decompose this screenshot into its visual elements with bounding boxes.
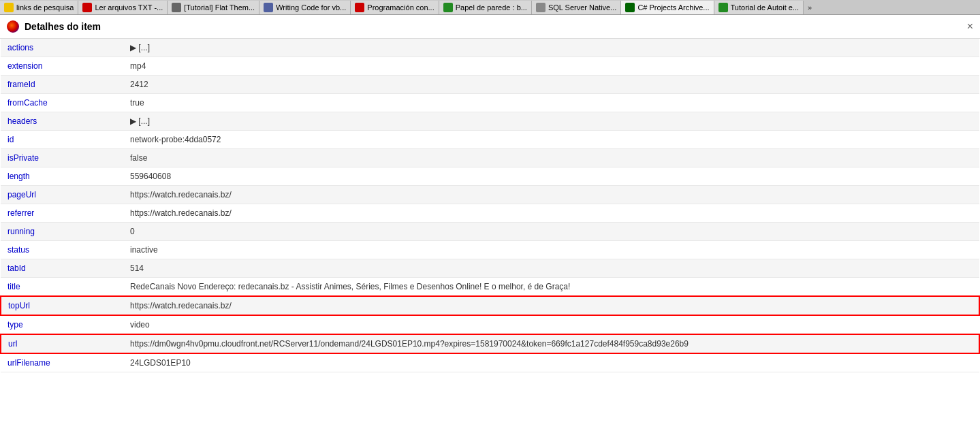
- tab-bar: links de pesquisaLer arquivos TXT -...[T…: [0, 0, 980, 15]
- detail-row-running: running0: [1, 223, 979, 241]
- detail-key-pageUrl: pageUrl: [1, 186, 123, 204]
- close-button[interactable]: ×: [967, 21, 973, 32]
- tab-favicon-5: [355, 3, 364, 12]
- detail-row-tabId: tabId514: [1, 259, 979, 278]
- detail-row-type: typevideo: [1, 315, 979, 334]
- detail-key-topUrl: topUrl: [1, 296, 123, 315]
- tab-favicon-4: [264, 3, 273, 12]
- detail-value-urlFilename: 24LGDS01EP10: [123, 353, 979, 372]
- detail-row-extension: extensionmp4: [1, 57, 979, 76]
- tab-favicon-8: [625, 3, 635, 12]
- tab-favicon-2: [82, 3, 92, 12]
- detail-key-headers: headers: [1, 112, 123, 131]
- browser-tab-8[interactable]: C# Projects Archive...: [621, 1, 714, 14]
- detail-value-tabId: 514: [123, 259, 979, 278]
- tab-label-9: Tutorial de Autoit e...: [731, 3, 799, 12]
- detail-key-actions: actions: [1, 39, 123, 57]
- tab-favicon-3: [172, 3, 181, 12]
- detail-value-length: 559640608: [123, 167, 979, 186]
- tab-label-2: Ler arquivos TXT -...: [95, 3, 163, 12]
- detail-value-frameId: 2412: [123, 76, 979, 94]
- detail-row-urlFilename: urlFilename24LGDS01EP10: [1, 353, 979, 372]
- detail-value-status: inactive: [123, 241, 979, 259]
- main-content: Detalhes do item × actions▶ [...]extensi…: [0, 15, 980, 433]
- detail-key-running: running: [1, 223, 123, 241]
- detail-value-title: RedeCanais Novo Endereço: redecanais.bz …: [123, 278, 979, 297]
- browser-tab-9[interactable]: Tutorial de Autoit e...: [714, 1, 804, 14]
- browser-tab-6[interactable]: Papel de parede : b...: [439, 1, 532, 14]
- detail-row-actions: actions▶ [...]: [1, 39, 979, 57]
- browser-tab-2[interactable]: Ler arquivos TXT -...: [78, 1, 168, 14]
- tab-label-1: links de pesquisa: [16, 3, 74, 12]
- browser-tab-3[interactable]: [Tutorial] Flat Them...: [168, 1, 259, 14]
- tab-favicon-6: [443, 3, 453, 12]
- detail-key-url: url: [1, 334, 123, 353]
- detail-value-extension: mp4: [123, 57, 979, 76]
- detail-value-type: video: [123, 315, 979, 334]
- tab-more-button[interactable]: »: [804, 3, 816, 12]
- detail-value-id: network-probe:4dda0572: [123, 131, 979, 149]
- detail-value-referrer: https://watch.redecanais.bz/: [123, 204, 979, 223]
- detail-table: actions▶ [...]extensionmp4frameId2412fro…: [0, 39, 980, 372]
- panel-title: Detalhes do item: [25, 21, 101, 32]
- detail-key-isPrivate: isPrivate: [1, 149, 123, 167]
- detail-value-actions: ▶ [...]: [123, 39, 979, 57]
- detail-key-urlFilename: urlFilename: [1, 353, 123, 372]
- detail-row-headers: headers▶ [...]: [1, 112, 979, 131]
- detail-key-tabId: tabId: [1, 259, 123, 278]
- detail-row-referrer: referrerhttps://watch.redecanais.bz/: [1, 204, 979, 223]
- tab-favicon-1: [4, 3, 14, 12]
- detail-row-isPrivate: isPrivatefalse: [1, 149, 979, 167]
- tab-label-4: Writing Code for vb...: [276, 3, 346, 12]
- detail-value-running: 0: [123, 223, 979, 241]
- detail-key-extension: extension: [1, 57, 123, 76]
- detail-key-referrer: referrer: [1, 204, 123, 223]
- detail-row-length: length559640608: [1, 167, 979, 186]
- browser-tab-5[interactable]: Programación con...: [351, 1, 439, 14]
- detail-key-status: status: [1, 241, 123, 259]
- browser-tab-4[interactable]: Writing Code for vb...: [259, 1, 351, 14]
- browser-tab-1[interactable]: links de pesquisa: [0, 1, 78, 14]
- tab-favicon-9: [718, 3, 728, 12]
- detail-row-title: titleRedeCanais Novo Endereço: redecanai…: [1, 278, 979, 297]
- detail-value-url: https://dm0wgn4hv0pmu.cloudfront.net/RCS…: [123, 334, 979, 353]
- tab-label-3: [Tutorial] Flat Them...: [184, 3, 255, 12]
- detail-key-id: id: [1, 131, 123, 149]
- panel-header: Detalhes do item ×: [0, 15, 980, 39]
- tab-label-6: Papel de parede : b...: [456, 3, 527, 12]
- detail-value-headers: ▶ [...]: [123, 112, 979, 131]
- panel-icon: [7, 20, 19, 33]
- tab-label-8: C# Projects Archive...: [637, 3, 709, 12]
- detail-key-fromCache: fromCache: [1, 94, 123, 112]
- detail-key-type: type: [1, 315, 123, 334]
- detail-value-isPrivate: false: [123, 149, 979, 167]
- detail-row-fromCache: fromCachetrue: [1, 94, 979, 112]
- tab-label-5: Programación con...: [367, 3, 434, 12]
- detail-row-id: idnetwork-probe:4dda0572: [1, 131, 979, 149]
- tab-label-7: SQL Server Native...: [548, 3, 616, 12]
- detail-row-url: urlhttps://dm0wgn4hv0pmu.cloudfront.net/…: [1, 334, 979, 353]
- detail-key-length: length: [1, 167, 123, 186]
- detail-row-status: statusinactive: [1, 241, 979, 259]
- tab-favicon-7: [536, 3, 546, 12]
- detail-row-topUrl: topUrlhttps://watch.redecanais.bz/: [1, 296, 979, 315]
- detail-key-title: title: [1, 278, 123, 297]
- detail-value-topUrl: https://watch.redecanais.bz/: [123, 296, 979, 315]
- detail-value-fromCache: true: [123, 94, 979, 112]
- detail-row-pageUrl: pageUrlhttps://watch.redecanais.bz/: [1, 186, 979, 204]
- detail-value-pageUrl: https://watch.redecanais.bz/: [123, 186, 979, 204]
- detail-row-frameId: frameId2412: [1, 76, 979, 94]
- browser-tab-7[interactable]: SQL Server Native...: [532, 1, 621, 14]
- detail-key-frameId: frameId: [1, 76, 123, 94]
